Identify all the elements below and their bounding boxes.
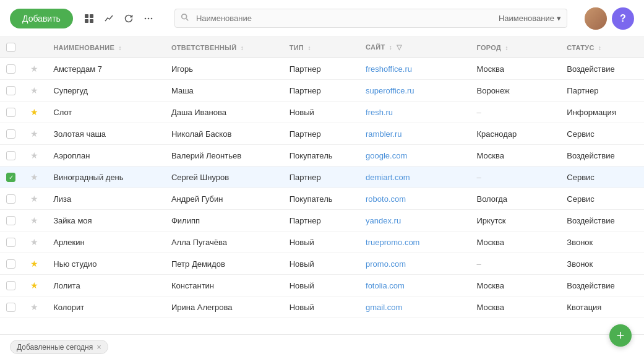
svg-point-6 — [151, 17, 153, 19]
row-checkbox[interactable] — [6, 86, 15, 95]
row-checkbox[interactable]: ✓ — [6, 173, 15, 182]
row-site[interactable]: rambler.ru — [359, 123, 470, 145]
row-resp: Валерий Леонтьев — [165, 145, 283, 167]
row-checkbox[interactable] — [6, 303, 15, 312]
more-button[interactable] — [140, 10, 157, 27]
table-row: ★Нью студиоПетр ДемидовНовыйpromo.com–Зв… — [0, 253, 644, 275]
table-row: ★СлотДаша ИвановаНовыйfresh.ru–Информаци… — [0, 102, 644, 123]
row-checkbox[interactable] — [6, 108, 15, 117]
row-site[interactable]: promo.com — [359, 253, 470, 275]
row-resp: Маша — [165, 80, 283, 102]
row-resp: Ирина Алегрова — [165, 296, 283, 318]
sort-site-icon[interactable]: ↕ — [389, 44, 392, 51]
row-name: Лолита — [47, 275, 165, 296]
row-type: Новый — [283, 296, 359, 318]
row-name: Золотая чаша — [47, 123, 165, 145]
row-checkbox[interactable] — [6, 194, 15, 204]
row-status: Воздействие — [560, 210, 644, 231]
search-filter[interactable]: Наименование ▾ — [499, 14, 561, 23]
table-header: НАИМЕНОВАНИЕ ↕ ОТВЕТСТВЕННЫЙ ↕ ТИП ↕ САЙ… — [0, 37, 644, 58]
row-star[interactable]: ★ — [30, 215, 38, 225]
filter-chip[interactable]: Добавленные сегодня × — [10, 340, 108, 354]
row-star[interactable]: ★ — [30, 194, 38, 204]
row-city: Москва — [471, 296, 561, 318]
row-status: Сервис — [560, 123, 644, 145]
row-star[interactable]: ★ — [30, 150, 38, 160]
row-checkbox[interactable] — [6, 64, 15, 74]
select-all-checkbox[interactable] — [6, 43, 15, 52]
row-site[interactable]: yandex.ru — [359, 210, 470, 231]
row-name: Слот — [47, 102, 165, 123]
row-site[interactable]: fotolia.com — [359, 275, 470, 296]
row-type: Партнер — [283, 80, 359, 102]
row-star[interactable]: ★ — [30, 237, 38, 247]
row-status: Партнер — [560, 80, 644, 102]
svg-rect-3 — [90, 19, 93, 23]
grid-view-button[interactable] — [80, 10, 98, 27]
row-star[interactable]: ★ — [30, 85, 38, 95]
sort-type-icon[interactable]: ↕ — [307, 45, 311, 51]
avatar-button[interactable] — [585, 7, 607, 30]
row-resp: Алла Пугачёва — [165, 231, 283, 253]
row-site[interactable]: gmail.com — [359, 296, 470, 318]
row-site[interactable]: freshoffice.ru — [359, 58, 470, 80]
row-checkbox[interactable] — [6, 238, 15, 247]
row-site[interactable]: fresh.ru — [359, 102, 470, 123]
row-city: Москва — [471, 145, 561, 167]
row-checkbox[interactable] — [6, 129, 15, 139]
table-row: ★Амстердам 7ИгорьПартнерfreshoffice.ruМо… — [0, 58, 644, 80]
sort-name-icon[interactable]: ↕ — [119, 45, 122, 51]
refresh-button[interactable] — [120, 10, 137, 27]
row-name: Арлекин — [47, 231, 165, 253]
row-star[interactable]: ★ — [30, 280, 38, 290]
row-site[interactable]: truepromo.com — [359, 231, 470, 253]
row-status: Воздействие — [560, 275, 644, 296]
row-type: Новый — [283, 253, 359, 275]
row-checkbox[interactable] — [6, 281, 15, 290]
row-star[interactable]: ★ — [30, 259, 38, 269]
row-name: Амстердам 7 — [47, 58, 165, 80]
filter-chip-close[interactable]: × — [97, 342, 101, 352]
row-status: Звонок — [560, 231, 644, 253]
row-type: Партнер — [283, 123, 359, 145]
row-checkbox[interactable] — [6, 259, 15, 269]
svg-point-5 — [148, 17, 150, 19]
sort-resp-icon[interactable]: ↕ — [241, 45, 244, 51]
fab-button[interactable]: + — [609, 324, 632, 347]
row-site[interactable]: google.com — [359, 145, 470, 167]
row-city: Вологда — [471, 188, 561, 210]
row-star[interactable]: ★ — [30, 64, 38, 74]
row-type: Новый — [283, 231, 359, 253]
search-icon — [181, 13, 189, 24]
chart-view-button[interactable] — [100, 10, 118, 27]
row-name: Лиза — [47, 188, 165, 210]
row-site[interactable]: roboto.com — [359, 188, 470, 210]
table-row: ★АэропланВалерий ЛеонтьевПокупательgoogl… — [0, 145, 644, 167]
row-star[interactable]: ★ — [30, 107, 38, 117]
row-star[interactable]: ★ — [30, 172, 38, 182]
svg-rect-0 — [85, 14, 88, 18]
table-container: НАИМЕНОВАНИЕ ↕ ОТВЕТСТВЕННЫЙ ↕ ТИП ↕ САЙ… — [0, 37, 644, 334]
help-button[interactable]: ? — [612, 7, 634, 30]
search-container: Наименование ▾ — [174, 9, 567, 28]
row-checkbox[interactable] — [6, 151, 15, 160]
sort-city-icon[interactable]: ↕ — [505, 45, 508, 51]
table-row: ★АрлекинАлла ПугачёваНовыйtruepromo.comМ… — [0, 231, 644, 253]
th-name: НАИМЕНОВАНИЕ ↕ — [47, 37, 165, 58]
th-resp: ОТВЕТСТВЕННЫЙ ↕ — [165, 37, 283, 58]
row-name: Супергуд — [47, 80, 165, 102]
row-star[interactable]: ★ — [30, 129, 38, 139]
row-city: Воронеж — [471, 80, 561, 102]
row-checkbox[interactable] — [6, 216, 15, 225]
filter-site-icon[interactable]: ▽ — [397, 43, 401, 51]
row-city: Москва — [471, 275, 561, 296]
add-button[interactable]: Добавить — [10, 9, 73, 28]
row-status: Сервис — [560, 188, 644, 210]
row-site[interactable]: superoffice.ru — [359, 80, 470, 102]
th-city: ГОРОД ↕ — [471, 37, 561, 58]
row-resp: Андрей Губин — [165, 188, 283, 210]
sort-status-icon[interactable]: ↕ — [598, 45, 601, 51]
row-type: Партнер — [283, 210, 359, 231]
row-star[interactable]: ★ — [30, 302, 38, 312]
row-site[interactable]: demiart.com — [359, 167, 470, 188]
